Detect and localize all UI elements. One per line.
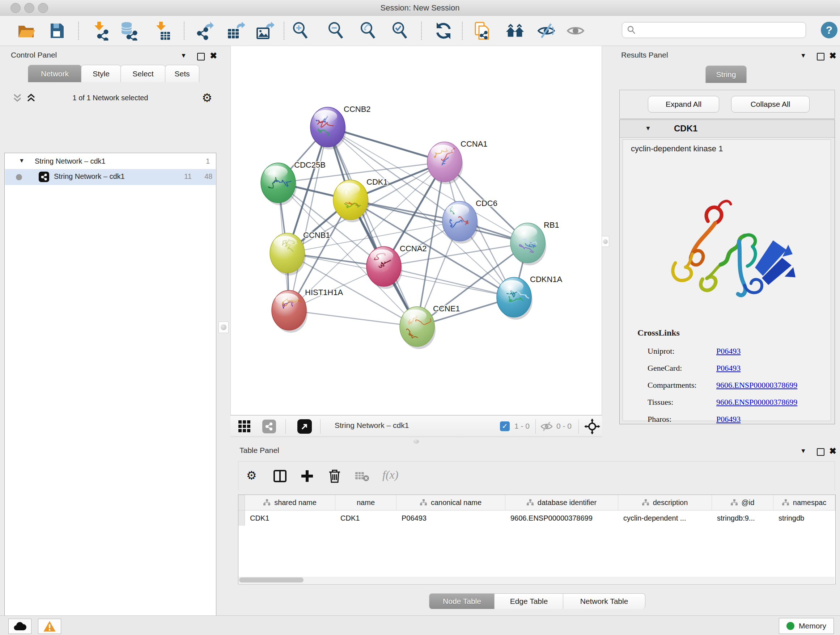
memory-button[interactable]: Memory: [779, 618, 834, 634]
help-button[interactable]: ?: [821, 22, 837, 38]
show-all-eye-icon[interactable]: [565, 21, 586, 41]
control-panel-float-icon[interactable]: [197, 53, 205, 60]
graph-node-CDC6[interactable]: [442, 201, 478, 244]
open-session-icon[interactable]: [16, 21, 36, 41]
crosslink-value-link[interactable]: P06493: [716, 363, 741, 373]
graph-node-CCNE1[interactable]: [400, 307, 437, 349]
tab-network[interactable]: Network: [28, 65, 82, 82]
tab-sets[interactable]: Sets: [165, 65, 199, 82]
results-panel-collapse-icon[interactable]: ▼: [800, 52, 806, 59]
tab-style[interactable]: Style: [81, 65, 121, 82]
graph-node-CCNB1[interactable]: [270, 233, 306, 276]
graph-node-CCNA2[interactable]: [366, 247, 402, 289]
refresh-view-icon[interactable]: [433, 21, 454, 41]
bottom-splitter-handle[interactable]: [414, 440, 419, 443]
open-in-new-window-icon[interactable]: [297, 419, 312, 434]
birdseye-crosshair-icon[interactable]: [584, 418, 600, 434]
table-cell[interactable]: 9606.ENSP00000378699: [505, 510, 618, 526]
zoom-out-icon[interactable]: [326, 21, 346, 41]
graph-node-CCNB2[interactable]: [310, 107, 346, 149]
function-builder-icon[interactable]: f(x): [382, 468, 398, 481]
control-panel-collapse-icon[interactable]: ▼: [180, 52, 187, 59]
zoom-fit-icon[interactable]: [358, 21, 378, 41]
save-session-icon[interactable]: [47, 21, 67, 41]
column-header-3[interactable]: database identifier: [505, 495, 618, 510]
cloud-button[interactable]: [8, 619, 32, 634]
table-cell[interactable]: stringdb:9...: [712, 510, 774, 526]
table-cell[interactable]: CDK1: [335, 510, 396, 526]
clone-network-icon[interactable]: [473, 21, 493, 41]
table-cell[interactable]: CDK1: [245, 510, 335, 526]
table-row[interactable]: CDK1CDK1P064939606.ENSP00000378699cyclin…: [238, 510, 835, 526]
table-h-scrollbar-thumb[interactable]: [239, 578, 303, 583]
expand-all-button[interactable]: Expand All: [648, 96, 719, 112]
hidden-eye-icon[interactable]: [540, 421, 553, 432]
table-cell[interactable]: cyclin-dependent ...: [618, 510, 712, 526]
control-panel-close-icon[interactable]: ✖: [210, 52, 217, 59]
graph-edge-HIST1H1A-CCNE1[interactable]: [289, 310, 417, 326]
graph-node-CDK1[interactable]: [333, 180, 369, 222]
column-header-5[interactable]: @id: [712, 495, 774, 510]
table-h-scrollbar[interactable]: [238, 577, 835, 583]
column-header-6[interactable]: namespac: [774, 495, 835, 510]
import-table-file-icon[interactable]: [152, 21, 172, 41]
zoom-in-icon[interactable]: [291, 21, 311, 41]
crosslink-value-link[interactable]: 9606.ENSP00000378699: [716, 397, 797, 407]
graph-node-HIST1H1A[interactable]: [272, 290, 308, 333]
show-columns-icon[interactable]: [273, 470, 287, 483]
column-header-2[interactable]: canonical name: [396, 495, 505, 510]
column-header-1[interactable]: name: [335, 495, 396, 510]
results-panel-close-icon[interactable]: ✖: [829, 52, 836, 59]
network-canvas[interactable]: CCNB2CCNA1CDC25BCDK1CDC6RB1CCNB1CCNA2CDK…: [231, 46, 602, 415]
delete-column-trash-icon[interactable]: [328, 469, 341, 483]
export-image-icon[interactable]: [255, 21, 275, 41]
search-field[interactable]: [636, 26, 793, 35]
export-network-icon[interactable]: [194, 21, 214, 41]
table-cell[interactable]: P06493: [396, 510, 505, 526]
table-panel-float-icon[interactable]: [817, 448, 824, 456]
delete-table-icon[interactable]: [355, 471, 369, 482]
crosslink-value-link[interactable]: P06493: [716, 347, 741, 356]
crosslink-value-link[interactable]: P06493: [716, 415, 741, 424]
grid-view-icon[interactable]: [238, 420, 251, 433]
table-panel-close-icon[interactable]: ✖: [829, 448, 836, 455]
tab-network-table[interactable]: Network Table: [563, 593, 645, 609]
entry-header[interactable]: ▼ CDK1: [620, 120, 835, 138]
tab-edge-table[interactable]: Edge Table: [494, 593, 564, 609]
graph-edge-CCNB2-HIST1H1A[interactable]: [289, 127, 328, 310]
tab-select[interactable]: Select: [120, 65, 166, 82]
export-table-icon[interactable]: [225, 21, 246, 41]
table-settings-gear-icon[interactable]: ⚙: [246, 470, 257, 481]
graph-node-CDC25B[interactable]: [261, 163, 297, 205]
first-neighbors-icon[interactable]: [505, 21, 525, 41]
graph-node-CDKN1A[interactable]: [497, 277, 532, 320]
search-input[interactable]: [622, 22, 806, 38]
add-column-icon[interactable]: [301, 470, 314, 483]
tab-node-table[interactable]: Node Table: [429, 593, 495, 609]
column-header-4[interactable]: description: [618, 495, 712, 510]
warning-button[interactable]: [38, 619, 61, 634]
entry-collapse-icon[interactable]: ▼: [645, 125, 651, 132]
network-options-gear-icon[interactable]: ⚙: [202, 92, 212, 103]
network-row[interactable]: String Network – cdk1 11 48: [5, 169, 216, 185]
left-splitter-handle[interactable]: [218, 321, 229, 333]
import-network-database-icon[interactable]: [118, 21, 139, 41]
graph-node-RB1[interactable]: [510, 223, 546, 265]
import-network-file-icon[interactable]: [90, 21, 110, 41]
table-cell[interactable]: stringdb: [774, 510, 835, 526]
collapse-all-button[interactable]: Collapse All: [731, 96, 810, 112]
results-panel-float-icon[interactable]: [817, 53, 824, 60]
hide-selected-eye-icon[interactable]: [536, 21, 556, 41]
zoom-selected-icon[interactable]: [390, 21, 410, 41]
graph-edge-CCNA2-CDKN1A[interactable]: [384, 266, 514, 297]
table-panel-collapse-icon[interactable]: ▼: [800, 448, 806, 455]
expand-all-networks-icon[interactable]: [12, 93, 22, 103]
network-share-view-icon[interactable]: [262, 420, 276, 433]
selected-checkbox-icon[interactable]: ✓: [500, 421, 510, 431]
tree-expand-icon[interactable]: ▼: [19, 157, 25, 164]
column-header-0[interactable]: shared name: [245, 495, 335, 510]
tab-string[interactable]: String: [706, 65, 747, 83]
collapse-all-networks-icon[interactable]: [26, 93, 36, 103]
crosslink-value-link[interactable]: 9606.ENSP00000378699: [716, 380, 797, 390]
graph-node-CCNA1[interactable]: [427, 142, 463, 184]
